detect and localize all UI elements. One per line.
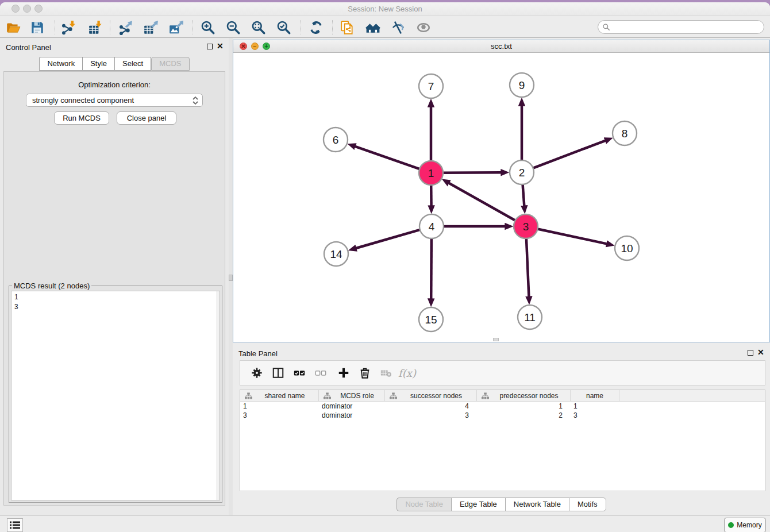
gear-icon <box>251 367 263 379</box>
float-table-panel-icon[interactable] <box>748 350 753 356</box>
tab-network-table[interactable]: Network Table <box>505 498 569 511</box>
memory-label: Memory <box>737 521 761 529</box>
tab-network[interactable]: Network <box>39 57 82 71</box>
column-header-shared-name[interactable]: shared name <box>240 390 319 401</box>
network-canvas[interactable]: 1234678910111415 <box>233 53 769 342</box>
graph-edge-4-14[interactable] <box>356 230 420 248</box>
table-cell[interactable]: 2 <box>477 411 571 420</box>
memory-button[interactable]: Memory <box>724 518 766 532</box>
main-toolbar <box>0 17 770 38</box>
attribute-icon <box>245 392 252 399</box>
close-panel-icon[interactable]: ✕ <box>217 41 224 51</box>
first-neighbors-button[interactable] <box>364 20 382 36</box>
run-mcds-button[interactable]: Run MCDS <box>54 111 109 125</box>
column-header-MCDS-role[interactable]: MCDS role <box>319 390 385 401</box>
fit-content-icon <box>251 20 266 35</box>
close-panel-button[interactable]: Close panel <box>117 111 176 125</box>
task-history-button[interactable] <box>7 518 23 532</box>
table-cell[interactable]: 1 <box>240 402 319 411</box>
export-network-icon <box>118 20 133 35</box>
app-window: Session: New Session <box>0 2 770 532</box>
table-cell[interactable]: 3 <box>385 411 477 420</box>
zoom-out-icon <box>226 20 241 35</box>
delete-column-button[interactable] <box>354 364 375 381</box>
import-network-button[interactable] <box>59 20 76 36</box>
graph-edge-2-8[interactable] <box>533 141 606 168</box>
graph-node-label-4: 4 <box>429 221 435 233</box>
table-cell[interactable]: dominator <box>319 402 385 411</box>
mcds-result-text[interactable]: 1 3 <box>11 291 220 500</box>
titlebar: Session: New Session <box>0 2 770 16</box>
tab-edge-table[interactable]: Edge Table <box>451 498 505 511</box>
graph-node-label-11: 11 <box>524 311 536 323</box>
table-cell[interactable]: 4 <box>385 402 477 411</box>
show-all-button[interactable] <box>415 20 432 36</box>
graph-edge-3-11[interactable] <box>526 238 529 296</box>
refresh-view-button[interactable] <box>307 20 325 36</box>
graph-node-label-7: 7 <box>428 80 434 92</box>
table-cell[interactable]: 1 <box>571 402 619 411</box>
show-column-panel-button[interactable] <box>267 364 288 381</box>
graph-edge-2-3[interactable] <box>523 184 525 206</box>
panel-splitter[interactable] <box>229 38 233 515</box>
table-row[interactable]: 1dominator411 <box>240 402 765 411</box>
graph-node-label-3: 3 <box>523 221 529 233</box>
table-cell[interactable]: 3 <box>240 411 319 420</box>
export-network-button[interactable] <box>117 20 134 36</box>
table-cell[interactable]: dominator <box>319 411 385 420</box>
graph-edge-4-15[interactable] <box>431 238 432 299</box>
tab-motifs[interactable]: Motifs <box>569 498 606 511</box>
network-resize-handle[interactable] <box>493 338 499 341</box>
save-session-button[interactable] <box>29 20 46 36</box>
export-table-button[interactable] <box>142 20 159 36</box>
delete-table-button[interactable] <box>375 364 396 381</box>
clone-network-button[interactable] <box>338 20 356 36</box>
fit-content-button[interactable] <box>250 20 267 36</box>
splitter-handle[interactable] <box>229 275 233 281</box>
graph-node-label-14: 14 <box>330 248 342 260</box>
network-title: scc.txt <box>233 42 769 51</box>
tab-mcds[interactable]: MCDS <box>151 57 189 71</box>
combo-stepper-icon <box>192 96 199 105</box>
select-all-columns-button[interactable] <box>288 364 310 381</box>
export-image-button[interactable] <box>167 20 184 36</box>
graph-edge-3-1[interactable] <box>449 183 515 221</box>
zoom-selected-button[interactable] <box>275 20 292 36</box>
search-input[interactable] <box>610 22 764 32</box>
toolbar-separator <box>301 20 301 34</box>
table-body: 1dominator4113dominator323 <box>240 402 765 420</box>
criterion-dropdown[interactable]: strongly connected component <box>26 94 203 107</box>
unselect-all-columns-button[interactable] <box>310 364 331 381</box>
function-builder-button[interactable]: f(x) <box>396 364 418 381</box>
graph-edge-1-2[interactable] <box>443 172 501 173</box>
create-column-button[interactable] <box>333 364 354 381</box>
column-header-name[interactable]: name <box>571 390 619 401</box>
table-cell[interactable]: 1 <box>477 402 571 411</box>
column-header-successor-nodes[interactable]: successor nodes <box>385 390 477 401</box>
table-cell[interactable]: 3 <box>571 411 619 420</box>
column-header-label: predecessor nodes <box>490 392 568 400</box>
hide-selected-button[interactable] <box>390 20 407 36</box>
graph-edge-3-10[interactable] <box>538 229 607 244</box>
column-header-predecessor-nodes[interactable]: predecessor nodes <box>477 390 571 401</box>
tab-style[interactable]: Style <box>82 57 114 71</box>
result-scrollbar[interactable] <box>216 291 220 500</box>
table-row[interactable]: 3dominator323 <box>240 411 765 420</box>
tab-node-table[interactable]: Node Table <box>396 498 451 511</box>
mcds-result-title: MCDS result (2 nodes) <box>12 282 91 290</box>
close-table-panel-icon[interactable]: ✕ <box>757 348 764 357</box>
import-table-button[interactable] <box>87 20 104 36</box>
open-file-button[interactable] <box>5 20 22 36</box>
zoom-out-button[interactable] <box>225 20 242 36</box>
graph-edge-1-6[interactable] <box>355 147 419 169</box>
status-bar: Memory <box>0 515 770 532</box>
tab-select[interactable]: Select <box>114 57 151 71</box>
list-icon <box>10 521 20 529</box>
show-eye-icon <box>416 20 431 35</box>
control-panel-header: Control Panel ✕ <box>0 38 229 55</box>
zoom-in-button[interactable] <box>199 20 217 36</box>
checked-boxes-icon <box>293 367 306 379</box>
float-panel-icon[interactable] <box>207 44 213 49</box>
mcds-result-group: MCDS result (2 nodes) 1 3 <box>9 286 222 503</box>
table-settings-button[interactable] <box>246 364 267 381</box>
